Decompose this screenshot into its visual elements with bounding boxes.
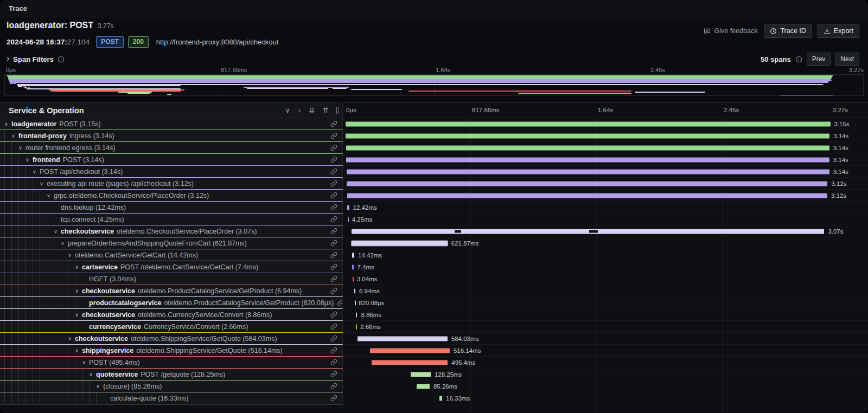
span-bar[interactable] <box>355 300 356 305</box>
span-bar-cell[interactable]: 3.12s <box>343 178 868 190</box>
span-bar[interactable] <box>356 324 357 329</box>
span-row[interactable]: ∨grpc.oteldemo.CheckoutService/PlaceOrde… <box>0 190 868 202</box>
link-icon[interactable] <box>327 216 342 223</box>
span-bar-cell[interactable]: 3.04ms <box>343 273 868 285</box>
link-icon[interactable] <box>327 120 342 127</box>
span-bar[interactable] <box>358 336 448 341</box>
chevron-down-icon[interactable]: ∨ <box>75 347 82 353</box>
span-bar-cell[interactable]: 16.33ms <box>343 392 868 404</box>
chevron-down-icon[interactable]: ∨ <box>33 169 40 175</box>
span-row[interactable]: ∨loadgeneratorPOST (3.15s)3.15s <box>0 118 868 130</box>
span-row[interactable]: ∨router frontend egress (3.14s)3.14s <box>0 142 868 154</box>
span-bar-cell[interactable]: 12.42ms <box>343 202 868 214</box>
link-icon[interactable] <box>327 383 342 390</box>
span-row[interactable]: ∨checkoutserviceoteldemo.ShippingService… <box>0 333 868 345</box>
chevron-down-icon[interactable]: ∨ <box>68 252 75 258</box>
expand-one-icon[interactable]: › <box>298 107 301 114</box>
link-icon[interactable] <box>327 287 342 294</box>
span-row[interactable]: ∨POST (495.4ms)495.4ms <box>0 357 868 369</box>
span-name-cell[interactable]: ∨checkoutserviceoteldemo.CheckoutService… <box>0 225 343 237</box>
chevron-down-icon[interactable]: ∨ <box>89 371 96 377</box>
span-bar[interactable] <box>346 133 829 138</box>
chevron-down-icon[interactable]: ∨ <box>40 180 47 186</box>
link-icon[interactable] <box>327 371 342 378</box>
link-icon[interactable] <box>327 275 342 282</box>
link-icon[interactable] <box>327 132 342 139</box>
link-icon[interactable] <box>327 263 342 270</box>
chevron-down-icon[interactable]: ∨ <box>47 192 54 198</box>
link-icon[interactable] <box>327 192 342 199</box>
link-icon[interactable] <box>327 311 342 318</box>
next-button[interactable]: Next <box>835 53 859 66</box>
export-button[interactable]: Export <box>818 24 859 38</box>
span-name-cell[interactable]: currencyserviceCurrencyService/Convert (… <box>0 321 343 333</box>
span-bar[interactable] <box>370 348 450 353</box>
chevron-down-icon[interactable]: ∨ <box>4 121 11 127</box>
span-row[interactable]: tcp.connect (4.25ms)4.25ms <box>0 214 868 225</box>
span-row[interactable]: ∨checkoutserviceoteldemo.ProductCatalogS… <box>0 285 868 297</box>
expand-all-icon[interactable]: ⇈ <box>323 107 329 114</box>
link-icon[interactable] <box>327 168 342 175</box>
chevron-down-icon[interactable]: ∨ <box>75 288 82 294</box>
span-bar-cell[interactable]: 495.4ms <box>343 357 868 369</box>
span-row[interactable]: calculate-quote (16.33ms)16.33ms <box>0 392 868 404</box>
span-bar[interactable] <box>439 396 442 401</box>
info-icon[interactable] <box>795 56 802 63</box>
span-row[interactable]: ∨prepareOrderItemsAndShippingQuoteFromCa… <box>0 237 868 249</box>
link-icon[interactable] <box>327 323 342 330</box>
span-name-cell[interactable]: ∨frontendPOST (3.14s) <box>0 154 343 166</box>
span-bar-cell[interactable]: 584.03ms <box>343 333 868 345</box>
span-name-cell[interactable]: ∨checkoutserviceoteldemo.CurrencyService… <box>0 309 343 321</box>
chevron-down-icon[interactable]: ∨ <box>11 133 18 139</box>
span-bar-cell[interactable]: 3.12s <box>343 190 868 202</box>
chevron-down-icon[interactable]: ∨ <box>54 228 61 234</box>
trace-id-button[interactable]: Trace ID <box>764 24 812 38</box>
chevron-down-icon[interactable]: ∨ <box>82 359 89 365</box>
span-bar-cell[interactable]: 8.86ms <box>343 309 868 321</box>
span-name-cell[interactable]: ∨quoteservicePOST /getquote (128.25ms) <box>0 369 343 380</box>
prev-button[interactable]: Prev <box>807 53 831 66</box>
span-bar-cell[interactable]: 3.15s <box>343 118 868 130</box>
span-name-cell[interactable]: ∨frontend-proxyingress (3.14s) <box>0 130 343 142</box>
span-row[interactable]: ∨checkoutserviceoteldemo.CurrencyService… <box>0 309 868 321</box>
span-name-cell[interactable]: calculate-quote (16.33ms) <box>0 392 343 404</box>
chevron-down-icon[interactable]: ∨ <box>96 383 103 389</box>
span-bar-cell[interactable]: 516.14ms <box>343 345 868 357</box>
minimap-canvas[interactable] <box>4 74 864 96</box>
span-bar[interactable] <box>354 288 355 293</box>
span-bar-cell[interactable]: 3.14s <box>343 154 868 166</box>
chevron-down-icon[interactable]: ∨ <box>75 264 82 270</box>
span-bar[interactable] <box>347 205 349 210</box>
span-row[interactable]: dns.lookup (12.42ms)12.42ms <box>0 202 868 214</box>
span-bar[interactable] <box>347 169 829 174</box>
info-icon[interactable] <box>58 56 65 63</box>
span-bar[interactable] <box>346 145 829 150</box>
link-icon[interactable] <box>327 240 342 247</box>
span-name-cell[interactable]: HGET (3.04ms) <box>0 273 343 285</box>
span-name-cell[interactable]: dns.lookup (12.42ms) <box>0 202 343 214</box>
span-bar-cell[interactable]: 14.42ms <box>343 249 868 261</box>
span-bar-cell[interactable]: 7.4ms <box>343 261 868 273</box>
span-name-cell[interactable]: ∨prepareOrderItemsAndShippingQuoteFromCa… <box>0 237 343 249</box>
span-name-cell[interactable]: ∨checkoutserviceoteldemo.ProductCatalogS… <box>0 285 343 297</box>
link-icon[interactable] <box>327 251 342 259</box>
span-name-cell[interactable]: tcp.connect (4.25ms) <box>0 214 343 225</box>
span-row[interactable]: ∨POST /api/checkout (3.14s)3.14s <box>0 166 868 178</box>
give-feedback-link[interactable]: Give feedback <box>704 24 757 38</box>
span-bar-cell[interactable]: 820.08μs <box>343 297 868 309</box>
link-icon[interactable] <box>327 347 342 354</box>
link-icon[interactable] <box>334 299 343 306</box>
chevron-down-icon[interactable]: ∨ <box>18 145 25 151</box>
span-bar[interactable] <box>347 181 827 186</box>
link-icon[interactable] <box>327 180 342 187</box>
span-bar-cell[interactable]: 3.14s <box>343 142 868 154</box>
span-name-cell[interactable]: productcatalogserviceoteldemo.ProductCat… <box>0 297 343 309</box>
span-name-cell[interactable]: ∨POST (495.4ms) <box>0 357 343 369</box>
span-name-cell[interactable]: ∨loadgeneratorPOST (3.15s) <box>0 118 343 130</box>
link-icon[interactable] <box>327 359 342 366</box>
span-row[interactable]: ∨shippingserviceoteldemo.ShippingService… <box>0 345 868 357</box>
span-row[interactable]: ∨checkoutserviceoteldemo.CheckoutService… <box>0 225 868 237</box>
span-bar[interactable] <box>348 217 349 222</box>
span-row[interactable]: ∨frontendPOST (3.14s)3.14s <box>0 154 868 166</box>
span-name-cell[interactable]: ∨checkoutserviceoteldemo.ShippingService… <box>0 333 343 345</box>
